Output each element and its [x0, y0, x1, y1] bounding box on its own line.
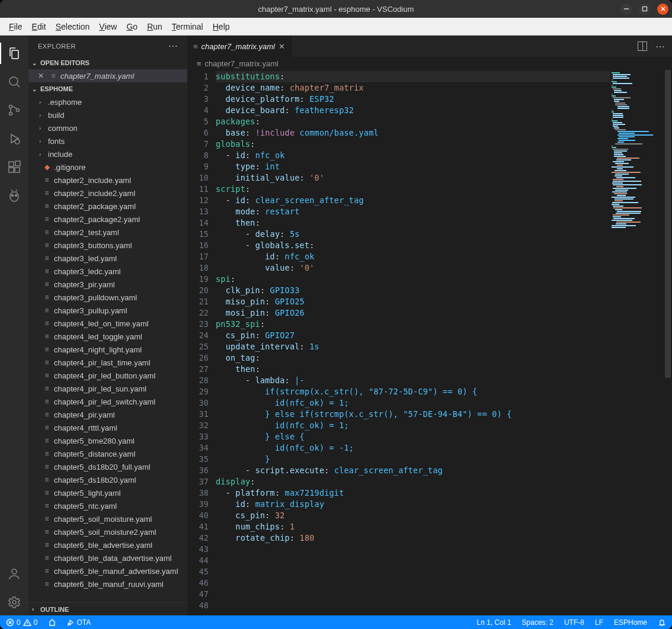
file-chapter3_pir-yaml[interactable]: ≡chapter3_pir.yaml: [28, 278, 187, 291]
file-chapter2_include2-yaml[interactable]: ≡chapter2_include2.yaml: [28, 187, 187, 200]
file-chapter6_ble_manuf_ruuvi-yaml[interactable]: ≡chapter6_ble_manuf_ruuvi.yaml: [28, 577, 187, 591]
activity-settings[interactable]: [0, 589, 28, 615]
menu-terminal[interactable]: Terminal: [168, 20, 207, 33]
status-cursor-pos[interactable]: Ln 1, Col 1: [475, 618, 514, 627]
window-maximize[interactable]: [639, 4, 650, 15]
file-icon: ≡: [43, 241, 51, 249]
activity-run-debug[interactable]: [0, 126, 28, 152]
file-chapter2_package-yaml[interactable]: ≡chapter2_package.yaml: [28, 200, 187, 213]
folder-include[interactable]: ›include: [28, 147, 187, 161]
file-chapter3_buttons-yaml[interactable]: ≡chapter3_buttons.yaml: [28, 239, 187, 252]
menu-help[interactable]: Help: [209, 20, 234, 33]
menu-go[interactable]: Go: [122, 20, 142, 33]
status-home-icon[interactable]: [46, 618, 59, 627]
open-editors-header[interactable]: ⌄ OPEN EDITORS: [28, 56, 187, 69]
activity-search[interactable]: [0, 69, 28, 95]
menu-view[interactable]: View: [95, 20, 121, 33]
split-editor-icon[interactable]: [638, 41, 647, 51]
file-chapter2_test-yaml[interactable]: ≡chapter2_test.yaml: [28, 226, 187, 239]
folder-.esphome[interactable]: ›.esphome: [28, 95, 187, 108]
menu-run[interactable]: Run: [143, 20, 167, 33]
file-chapter6_ble_advertise-yaml[interactable]: ≡chapter6_ble_advertise.yaml: [28, 538, 187, 551]
svg-point-19: [12, 569, 17, 574]
activity-extensions[interactable]: [0, 154, 28, 180]
sidebar-more-icon[interactable]: ⋯: [168, 40, 178, 52]
file-chapter3_ledc-yaml[interactable]: ≡chapter3_ledc.yaml: [28, 265, 187, 278]
file-chapter4_night_light-yaml[interactable]: ≡chapter4_night_light.yaml: [28, 343, 187, 356]
status-errors[interactable]: 0 0: [4, 618, 40, 627]
file-chapter5_soil_moisture2-yaml[interactable]: ≡chapter5_soil_moisture2.yaml: [28, 525, 187, 538]
statusbar: 0 0 OTA Ln 1, Col 1 Spaces: 2 UTF-8 LF E…: [0, 615, 672, 629]
file-chapter5_ntc-yaml[interactable]: ≡chapter5_ntc.yaml: [28, 499, 187, 512]
file-icon: ≡: [193, 42, 198, 51]
window-close[interactable]: [657, 4, 668, 15]
file-chapter2_include-yaml[interactable]: ≡chapter2_include.yaml: [28, 174, 187, 187]
file-chapter6_ble_manuf_advertise-yaml[interactable]: ≡chapter6_ble_manuf_advertise.yaml: [28, 564, 187, 577]
svg-point-15: [12, 195, 14, 197]
file-chapter4_pir_led_sun-yaml[interactable]: ≡chapter4_pir_led_sun.yaml: [28, 382, 187, 395]
file-chapter5_soil_moisture-yaml[interactable]: ≡chapter5_soil_moisture.yaml: [28, 512, 187, 525]
file-chapter5_ds18b20_full-yaml[interactable]: ≡chapter5_ds18b20_full.yaml: [28, 460, 187, 473]
status-eol[interactable]: LF: [593, 618, 606, 627]
menu-selection[interactable]: Selection: [52, 20, 94, 33]
minimap[interactable]: [610, 70, 664, 615]
file-chapter5_ds18b20-yaml[interactable]: ≡chapter5_ds18b20.yaml: [28, 473, 187, 486]
status-spaces[interactable]: Spaces: 2: [520, 618, 556, 627]
activity-explorer[interactable]: [0, 40, 28, 66]
file-icon: ≡: [43, 267, 51, 275]
vertical-scrollbar[interactable]: [664, 70, 672, 615]
editor-more-icon[interactable]: ⋯: [655, 41, 665, 52]
folder-common[interactable]: ›common: [28, 121, 187, 134]
file-chapter4_led_on_time-yaml[interactable]: ≡chapter4_led_on_time.yaml: [28, 317, 187, 330]
status-encoding[interactable]: UTF-8: [562, 618, 587, 627]
activity-platformio[interactable]: [0, 182, 28, 208]
chevron-down-icon: ⌄: [32, 86, 38, 92]
menu-file[interactable]: File: [5, 20, 27, 33]
status-language[interactable]: ESPHome: [612, 618, 649, 627]
file-chapter3_pullup-yaml[interactable]: ≡chapter3_pullup.yaml: [28, 304, 187, 317]
file-icon: ≡: [43, 280, 51, 288]
tab-chapter7-matrix[interactable]: ≡ chapter7_matrix.yaml ✕: [187, 36, 292, 57]
file-chapter2_package2-yaml[interactable]: ≡chapter2_package2.yaml: [28, 213, 187, 226]
file-chapter3_led-yaml[interactable]: ≡chapter3_led.yaml: [28, 252, 187, 265]
scroll-thumb[interactable]: [665, 70, 671, 378]
file-icon: ≡: [43, 541, 51, 549]
close-icon[interactable]: ✕: [38, 72, 46, 80]
activity-source-control[interactable]: [0, 97, 28, 123]
workspace-header[interactable]: ⌄ ESPHOME: [28, 82, 187, 95]
svg-point-16: [15, 195, 17, 197]
file-gitignore[interactable]: ◆.gitignore: [28, 161, 187, 174]
file-icon: ≡: [43, 397, 51, 406]
menu-edit[interactable]: Edit: [28, 20, 50, 33]
status-ota[interactable]: OTA: [65, 618, 93, 627]
svg-rect-11: [9, 168, 14, 172]
activity-accounts[interactable]: [0, 561, 28, 587]
file-chapter6_ble_data_advertise-yaml[interactable]: ≡chapter6_ble_data_advertise.yaml: [28, 551, 187, 564]
svg-point-9: [15, 139, 20, 144]
breadcrumb[interactable]: ≡ chapter7_matrix.yaml: [187, 57, 672, 70]
close-icon[interactable]: ✕: [279, 42, 285, 51]
folder-fonts[interactable]: ›fonts: [28, 134, 187, 147]
outline-header[interactable]: › OUTLINE: [28, 602, 187, 615]
file-chapter4_pir_led_switch-yaml[interactable]: ≡chapter4_pir_led_switch.yaml: [28, 395, 187, 408]
svg-rect-1: [642, 7, 647, 11]
code-editor[interactable]: substitutions: device_name: chapter7_mat…: [216, 70, 610, 615]
file-chapter4_led_toggle-yaml[interactable]: ≡chapter4_led_toggle.yaml: [28, 330, 187, 343]
file-chapter4_pir_led_button-yaml[interactable]: ≡chapter4_pir_led_button.yaml: [28, 369, 187, 382]
file-chapter5_bme280-yaml[interactable]: ≡chapter5_bme280.yaml: [28, 434, 187, 447]
file-chapter4_pir-yaml[interactable]: ≡chapter4_pir.yaml: [28, 408, 187, 421]
folder-build[interactable]: ›build: [28, 108, 187, 121]
file-icon: ≡: [43, 580, 51, 588]
open-editor-item[interactable]: ✕ ≡ chapter7_matrix.yaml: [28, 69, 187, 82]
file-icon: ≡: [43, 554, 51, 562]
status-bell-icon[interactable]: [655, 618, 668, 627]
file-chapter4_pir_last_time-yaml[interactable]: ≡chapter4_pir_last_time.yaml: [28, 356, 187, 369]
svg-rect-13: [15, 161, 20, 166]
file-chapter5_distance-yaml[interactable]: ≡chapter5_distance.yaml: [28, 447, 187, 460]
file-icon: ≡: [43, 202, 51, 210]
file-chapter5_light-yaml[interactable]: ≡chapter5_light.yaml: [28, 486, 187, 499]
file-chapter3_pulldown-yaml[interactable]: ≡chapter3_pulldown.yaml: [28, 291, 187, 304]
file-icon: ≡: [43, 215, 51, 223]
file-chapter4_rtttl-yaml[interactable]: ≡chapter4_rtttl.yaml: [28, 421, 187, 434]
window-minimize[interactable]: [620, 4, 632, 15]
